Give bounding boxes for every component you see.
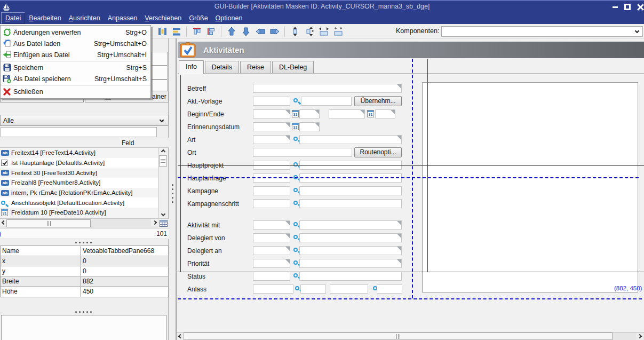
menu-item-einfuegen-aus-datei[interactable]: Einfügen aus Datei Strg+Umschalt+I: [1, 49, 150, 60]
calendar-icon[interactable]: [367, 110, 374, 117]
kampagne-text-input[interactable]: [299, 186, 402, 195]
minimize-button[interactable]: [611, 3, 619, 11]
lookup-search-icon[interactable]: [293, 222, 298, 226]
vertical-scroll-thumb[interactable]: [159, 155, 167, 167]
menu-groesse[interactable]: Größe: [185, 13, 211, 23]
beginn-date-input[interactable]: [253, 109, 290, 118]
status-text-input[interactable]: [299, 272, 402, 281]
menu-item-schliessen[interactable]: Schließen: [1, 86, 150, 97]
move-down-icon[interactable]: [240, 25, 252, 37]
resize-width-step-icon[interactable]: [332, 25, 344, 37]
prioritaet-text-input[interactable]: [299, 259, 402, 268]
menu-item-aus-datei-laden[interactable]: Aus Datei laden Strg+Umschalt+O: [1, 38, 150, 49]
lookup-search-icon[interactable]: [293, 98, 298, 102]
lookup-search-icon[interactable]: [293, 248, 298, 252]
lookup-search-icon[interactable]: [295, 286, 299, 290]
akt-vorlage-text-input[interactable]: [301, 97, 352, 106]
prioritaet-code-input[interactable]: [253, 259, 290, 268]
uebernehmen-button[interactable]: Übernehm...: [354, 96, 402, 106]
splitter-handle[interactable]: [75, 311, 77, 313]
calendar-icon[interactable]: [292, 123, 299, 130]
komponenten-combobox[interactable]: [441, 26, 643, 37]
filter-combobox[interactable]: Alle: [0, 115, 169, 126]
tab-info[interactable]: Info: [179, 60, 204, 74]
menu-item-als-datei-speichern[interactable]: Als Datei speichern Strg+Umschalt+S: [1, 73, 150, 84]
lookup-search-icon[interactable]: [293, 235, 298, 239]
anlass-text-input[interactable]: [300, 284, 326, 294]
art-text-input[interactable]: [299, 135, 402, 144]
align-top-icon[interactable]: [190, 25, 203, 37]
lookup-search-icon[interactable]: [293, 201, 298, 205]
beginn-time-input[interactable]: [299, 109, 320, 118]
list-item[interactable]: Anschlussobjekt [DefaultLocation.Activit…: [0, 197, 158, 208]
grid-view-button[interactable]: [158, 219, 169, 228]
list-horizontal-scrollbar[interactable]: [0, 218, 169, 228]
kampagnenschritt-code-input[interactable]: [253, 199, 290, 208]
list-item[interactable]: Freitext 30 [FreeText30.Activity]: [0, 168, 158, 178]
betreff-input[interactable]: [253, 84, 402, 93]
calendar-icon[interactable]: [292, 110, 299, 117]
maximize-button[interactable]: [623, 3, 632, 11]
move-left-icon[interactable]: [254, 25, 266, 37]
list-item[interactable]: Freidatum 10 [FreeDate10.Activity]: [0, 208, 158, 218]
anlass2-text-input[interactable]: [377, 284, 402, 294]
status-code-input[interactable]: [253, 272, 290, 281]
list-item[interactable]: intern, Pk rEmAc [RelationPKrEmAc.Activi…: [0, 188, 158, 198]
kampagne-code-input[interactable]: [253, 186, 290, 195]
horizontal-scroll-thumb[interactable]: [6, 219, 91, 227]
horizontal-scroll-thumb[interactable]: [184, 333, 613, 340]
menu-item-aenderungen-verwerfen[interactable]: Änderungen verwerfen Strg+O: [1, 27, 150, 38]
designer-area[interactable]: Aktivitäten Info Details Reise DL-Beleg …: [176, 38, 644, 340]
list-item[interactable]: Freitext14 [FreeText14.Activity]: [0, 148, 158, 158]
lookup-search-icon[interactable]: [293, 273, 298, 278]
anlass-code-input[interactable]: [253, 284, 293, 294]
ort-input[interactable]: [253, 148, 352, 157]
tab-details[interactable]: Details: [205, 61, 239, 74]
scroll-up-button[interactable]: [158, 148, 168, 155]
ende-time-input[interactable]: [375, 109, 395, 118]
list-item[interactable]: Freizahl8 [FreeNumber8.Activity]: [0, 178, 158, 188]
lookup-search-icon[interactable]: [293, 137, 298, 141]
menu-datei[interactable]: Datei: [1, 12, 25, 24]
menu-bearbeiten[interactable]: Bearbeiten: [25, 13, 65, 23]
tab-reise[interactable]: Reise: [240, 61, 271, 74]
list-vertical-scrollbar[interactable]: [158, 148, 168, 218]
panel-splitter[interactable]: [169, 38, 176, 340]
splitter-handle[interactable]: [75, 242, 77, 243]
aktivitaet-mit-code-input[interactable]: [253, 220, 290, 230]
scroll-left-button[interactable]: [177, 333, 184, 340]
menu-anpassen[interactable]: Anpassen: [104, 13, 141, 23]
resize-height-step-icon[interactable]: [303, 25, 315, 37]
erinnerung-date-input[interactable]: [253, 122, 290, 131]
menu-optionen[interactable]: Optionen: [212, 13, 247, 23]
field-search-input[interactable]: [1, 127, 157, 137]
ende-date-input[interactable]: [329, 109, 365, 118]
move-up-icon[interactable]: [225, 25, 237, 37]
kampagnenschritt-text-input[interactable]: [299, 199, 402, 208]
routenoptionen-button[interactable]: Routenopti...: [354, 147, 402, 157]
menu-item-speichern[interactable]: Speichern Strg+S: [1, 62, 150, 73]
anlass2-code-input[interactable]: [330, 284, 368, 294]
delegiert-von-code-input[interactable]: [253, 233, 290, 242]
resize-width-icon[interactable]: [317, 25, 330, 37]
scroll-down-button[interactable]: [158, 210, 168, 217]
menu-verschieben[interactable]: Verschieben: [141, 13, 185, 23]
menu-ausrichten[interactable]: Ausrichten: [65, 13, 104, 23]
lookup-search-icon[interactable]: [293, 188, 298, 192]
move-right-icon[interactable]: [268, 25, 281, 37]
designer-horizontal-scrollbar[interactable]: [177, 332, 644, 340]
delegiert-an-code-input[interactable]: [253, 246, 290, 255]
align-left-icon[interactable]: [205, 25, 217, 37]
art-code-input[interactable]: [253, 135, 290, 144]
align-rows-icon[interactable]: [170, 25, 182, 37]
delegiert-von-text-input[interactable]: [299, 233, 402, 242]
lookup-search-icon[interactable]: [293, 260, 298, 265]
tab-dl-beleg[interactable]: DL-Beleg: [272, 61, 314, 74]
resize-height-icon[interactable]: [289, 25, 301, 37]
delegiert-an-text-input[interactable]: [299, 246, 402, 255]
scroll-right-button[interactable]: [151, 219, 158, 226]
list-item[interactable]: Ist Hauptanlage [DefaultIs.Activity]: [0, 158, 158, 168]
align-columns-icon[interactable]: [156, 25, 168, 37]
erinnerung-time-input[interactable]: [299, 122, 320, 131]
close-button[interactable]: [636, 3, 644, 11]
